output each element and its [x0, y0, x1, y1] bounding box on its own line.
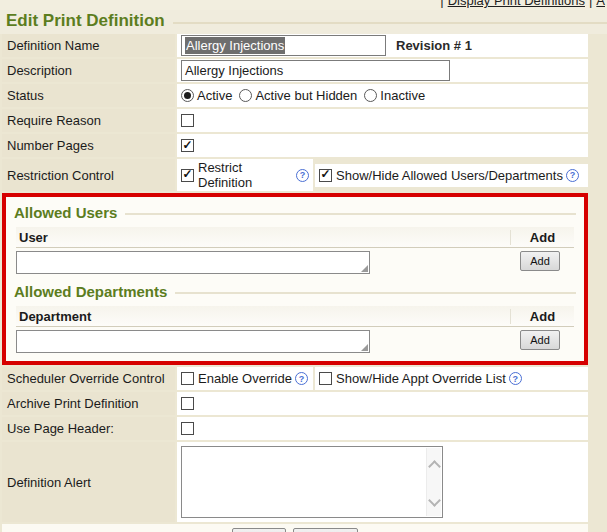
show-hide-users-departments-checkbox[interactable]: ✓ [319, 169, 332, 182]
definition-alert-row: Definition Alert [2, 442, 588, 522]
show-hide-appt-override-help-icon[interactable]: ? [509, 372, 522, 385]
require-reason-label: Require Reason [2, 109, 175, 132]
use-page-header-checkbox[interactable]: ✓ [181, 422, 194, 435]
status-inactive-radio[interactable] [364, 89, 377, 102]
show-hide-users-departments-label: Show/Hide Allowed Users/Departments [336, 168, 563, 183]
department-column-header: Department [16, 309, 510, 324]
allowed-departments-heading: Allowed Departments [14, 280, 576, 306]
number-pages-row: Number Pages ✓ [2, 134, 588, 157]
title-divider [173, 22, 607, 24]
status-active-but-hidden-label: Active but Hidden [255, 88, 357, 103]
user-column-header: User [16, 230, 510, 245]
form-action-bar: Save Cancel [2, 524, 588, 532]
require-reason-row: Require Reason ✓ [2, 109, 588, 132]
partial-cutoff-link[interactable]: A [596, 0, 605, 8]
top-link-bar: |Display Print Definitions|A [0, 0, 607, 10]
use-page-header-row: Use Page Header: ✓ [2, 417, 588, 440]
add-department-button[interactable]: Add [520, 330, 560, 350]
cancel-button[interactable]: Cancel [293, 528, 359, 532]
user-textarea[interactable] [16, 251, 370, 274]
definition-name-row: Definition Name Allergy Injections Revis… [2, 34, 588, 57]
show-hide-appt-override-label: Show/Hide Appt Override List [336, 371, 506, 386]
description-label: Description [2, 59, 175, 82]
revision-number: Revision # 1 [396, 38, 472, 53]
definition-alert-label: Definition Alert [2, 442, 175, 522]
link-separator: | [440, 0, 443, 8]
allowed-departments-table-header: Department Add [16, 306, 574, 327]
allowed-users-heading: Allowed Users [14, 201, 576, 227]
status-row: Status Active Active but Hidden Inactive [2, 84, 588, 107]
description-row: Description Allergy Injections [2, 59, 588, 82]
scroll-down-icon[interactable] [430, 494, 438, 502]
description-value: Allergy Injections [185, 63, 283, 78]
page-title-text: Edit Print Definition [6, 11, 165, 31]
definition-alert-textarea[interactable] [181, 446, 443, 518]
page-title: Edit Print Definition [0, 10, 607, 34]
scheduler-override-label: Scheduler Override Control [2, 367, 175, 390]
restriction-control-row: Restriction Control ✓ Restrict Definitio… [2, 159, 588, 191]
allowed-users-table: User Add Add [16, 227, 574, 274]
restrict-definition-label: Restrict Definition [198, 160, 293, 190]
show-hide-users-departments-help-icon[interactable]: ? [566, 169, 579, 182]
allowed-departments-table: Department Add Add [16, 306, 574, 353]
scrollbar[interactable] [426, 448, 441, 516]
restrict-definition-checkbox[interactable]: ✓ [181, 169, 194, 182]
status-active-but-hidden-radio[interactable] [239, 89, 252, 102]
scroll-up-icon[interactable] [430, 460, 438, 468]
allowed-users-table-header: User Add [16, 227, 574, 248]
resize-handle-icon[interactable] [361, 265, 368, 272]
status-inactive-label: Inactive [380, 88, 425, 103]
top-links: |Display Print Definitions|A [436, 0, 605, 8]
allowed-users-input-row: Add [16, 248, 574, 274]
display-print-definitions-link[interactable]: Display Print Definitions [448, 0, 585, 8]
link-separator: | [589, 0, 592, 8]
heading-divider [125, 213, 576, 215]
allowed-users-heading-text: Allowed Users [14, 204, 117, 221]
enable-override-checkbox[interactable]: ✓ [181, 372, 194, 385]
add-user-button[interactable]: Add [520, 251, 560, 271]
archive-print-definition-row: Archive Print Definition ✓ [2, 392, 588, 415]
number-pages-checkbox[interactable]: ✓ [181, 139, 194, 152]
description-input[interactable]: Allergy Injections [181, 60, 450, 81]
department-textarea[interactable] [16, 330, 370, 353]
edit-print-definition-form: Definition Name Allergy Injections Revis… [2, 34, 588, 532]
enable-override-label: Enable Override [198, 371, 292, 386]
show-hide-appt-override-checkbox[interactable]: ✓ [319, 372, 332, 385]
add-column-header: Add [510, 309, 574, 324]
allowed-sections-highlight-box: Allowed Users User Add Add Allowed Depar… [2, 193, 588, 365]
allowed-departments-heading-text: Allowed Departments [14, 283, 167, 300]
number-pages-label: Number Pages [2, 134, 175, 157]
selected-text: Allergy Injections [185, 37, 285, 54]
allowed-departments-input-row: Add [16, 327, 574, 353]
status-active-label: Active [197, 88, 232, 103]
save-button[interactable]: Save [232, 528, 286, 532]
archive-print-definition-checkbox[interactable]: ✓ [181, 397, 194, 410]
heading-divider [175, 292, 576, 294]
definition-name-input[interactable]: Allergy Injections [181, 35, 386, 56]
status-active-radio[interactable] [181, 89, 194, 102]
enable-override-help-icon[interactable]: ? [295, 372, 308, 385]
scheduler-override-row: Scheduler Override Control ✓ Enable Over… [2, 367, 588, 390]
definition-name-label: Definition Name [2, 34, 175, 57]
archive-print-definition-label: Archive Print Definition [2, 392, 175, 415]
restrict-definition-help-icon[interactable]: ? [296, 169, 309, 182]
add-column-header: Add [510, 230, 574, 245]
resize-handle-icon[interactable] [361, 344, 368, 351]
require-reason-checkbox[interactable]: ✓ [181, 114, 194, 127]
use-page-header-label: Use Page Header: [2, 417, 175, 440]
status-label: Status [2, 84, 175, 107]
restriction-control-label: Restriction Control [2, 159, 175, 191]
